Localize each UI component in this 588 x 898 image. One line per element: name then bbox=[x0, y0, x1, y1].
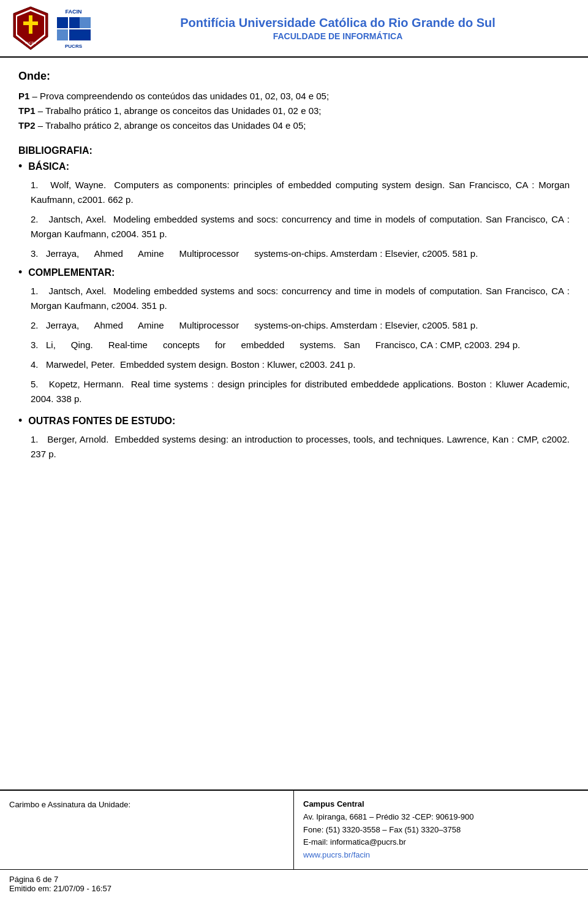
item-number: 1. bbox=[31, 286, 48, 296]
basic-item-1: 1. Wolf, Wayne. Computers as components:… bbox=[31, 178, 570, 207]
other-sources-list: 1. Berger, Arnold. Embedded systems desi… bbox=[31, 432, 570, 462]
emit-date: Emitido em: 21/07/09 - 16:57 bbox=[9, 884, 579, 893]
basica-bullet-row: • BÁSICA: bbox=[18, 161, 570, 173]
page-number: Página 6 de 7 bbox=[9, 875, 579, 884]
bullet-icon-2: • bbox=[18, 266, 22, 279]
p1-label: P1 bbox=[18, 91, 29, 101]
svg-rect-4 bbox=[23, 21, 38, 25]
item-number: 5. bbox=[31, 379, 49, 389]
campus-email: E-mail: informatica@pucrs.br bbox=[303, 836, 579, 849]
svg-rect-10 bbox=[57, 29, 68, 40]
main-content: Onde: P1 – Prova compreendendo os conteú… bbox=[0, 58, 588, 483]
comp-item-2: 2. Jerraya, Ahmed Amine Multiprocessor s… bbox=[31, 318, 570, 333]
faculty-name: FACULDADE DE INFORMÁTICA bbox=[100, 31, 576, 41]
footer-left-label: Carimbo e Assinatura da Unidade: bbox=[9, 800, 284, 809]
item-number: 2. bbox=[31, 320, 46, 330]
footer-page-info-row: Página 6 de 7 Emitido em: 21/07/09 - 16:… bbox=[0, 869, 588, 898]
comp-item-4: 4. Marwedel, Peter. Embedded system desi… bbox=[31, 357, 570, 372]
campus-website: www.pucrs.br/facin bbox=[303, 849, 579, 862]
footer-main: Carimbo e Assinatura da Unidade: Campus … bbox=[0, 790, 588, 869]
campus-address: Av. Ipiranga, 6681 – Prédio 32 -CEP: 906… bbox=[303, 811, 579, 824]
item-number: 3. bbox=[31, 248, 46, 259]
complementar-label: COMPLEMENTAR: bbox=[28, 267, 115, 278]
svg-text:FACIN: FACIN bbox=[66, 9, 82, 15]
svg-text:PUCRS: PUCRS bbox=[65, 44, 83, 49]
bibliography-heading: BIBLIOGRAFIA: bbox=[18, 145, 570, 156]
svg-rect-12 bbox=[80, 29, 91, 40]
item-number: 3. bbox=[31, 340, 46, 350]
svg-rect-8 bbox=[69, 17, 80, 28]
basic-items-list: 1. Wolf, Wayne. Computers as components:… bbox=[31, 178, 570, 261]
comp-item-1: 1. Jantsch, Axel. Modeling embedded syst… bbox=[31, 284, 570, 313]
comp-item-3: 3. Li, Qing. Real-time concepts for embe… bbox=[31, 338, 570, 352]
item-number: 1. bbox=[31, 180, 50, 190]
onde-text: P1 – Prova compreendendo os conteúdos da… bbox=[18, 89, 570, 133]
onde-title: Onde: bbox=[18, 70, 570, 83]
comp-item-5: 5. Kopetz, Hermann. Real time systems : … bbox=[31, 377, 570, 406]
logos-container: PUCRS FACIN PUCRS bbox=[12, 6, 94, 50]
basic-item-2: 2. Jantsch, Axel. Modeling embedded syst… bbox=[31, 212, 570, 242]
svg-rect-7 bbox=[57, 17, 68, 28]
item-number: 2. bbox=[31, 214, 48, 224]
svg-text:PUCRS: PUCRS bbox=[25, 41, 36, 45]
footer-campus-info: Campus Central Av. Ipiranga, 6681 – Préd… bbox=[294, 791, 588, 869]
complementar-bullet-row: • COMPLEMENTAR: bbox=[18, 267, 570, 279]
campus-phone: Fone: (51) 3320-3558 – Fax (51) 3320–375… bbox=[303, 824, 579, 837]
footer: Carimbo e Assinatura da Unidade: Campus … bbox=[0, 790, 588, 898]
item-number: 1. bbox=[31, 434, 47, 444]
svg-rect-9 bbox=[80, 17, 91, 28]
pucrs-logo: PUCRS bbox=[12, 6, 49, 50]
onde-section: Onde: P1 – Prova compreendendo os conteú… bbox=[18, 70, 570, 133]
complementar-items-list: 1. Jantsch, Axel. Modeling embedded syst… bbox=[31, 284, 570, 406]
header-title-block: Pontifícia Universidade Católica do Rio … bbox=[100, 16, 576, 41]
website-link[interactable]: www.pucrs.br/facin bbox=[303, 850, 370, 859]
bullet-icon-3: • bbox=[18, 414, 22, 427]
campus-title: Campus Central bbox=[303, 798, 579, 811]
bullet-icon: • bbox=[18, 160, 22, 173]
basic-item-3: 3. Jerraya, Ahmed Amine Multiprocessor s… bbox=[31, 246, 570, 261]
svg-rect-11 bbox=[69, 29, 80, 40]
other-sources-label: OUTRAS FONTES DE ESTUDO: bbox=[28, 416, 175, 427]
bibliography-section: BIBLIOGRAFIA: • BÁSICA: 1. Wolf, Wayne. … bbox=[18, 145, 570, 462]
basica-label: BÁSICA: bbox=[28, 161, 69, 172]
page-header: PUCRS FACIN PUCRS Pontifícia Universidad… bbox=[0, 0, 588, 58]
tp2-label: TP2 bbox=[18, 120, 36, 131]
university-name: Pontifícia Universidade Católica do Rio … bbox=[100, 16, 576, 30]
footer-stamp-area: Carimbo e Assinatura da Unidade: bbox=[0, 791, 294, 869]
item-number: 4. bbox=[31, 359, 46, 370]
other-sources-bullet-row: • OUTRAS FONTES DE ESTUDO: bbox=[18, 416, 570, 427]
facin-logo: FACIN PUCRS bbox=[54, 6, 94, 50]
other-item-1: 1. Berger, Arnold. Embedded systems desi… bbox=[31, 432, 570, 462]
tp1-label: TP1 bbox=[18, 105, 36, 116]
